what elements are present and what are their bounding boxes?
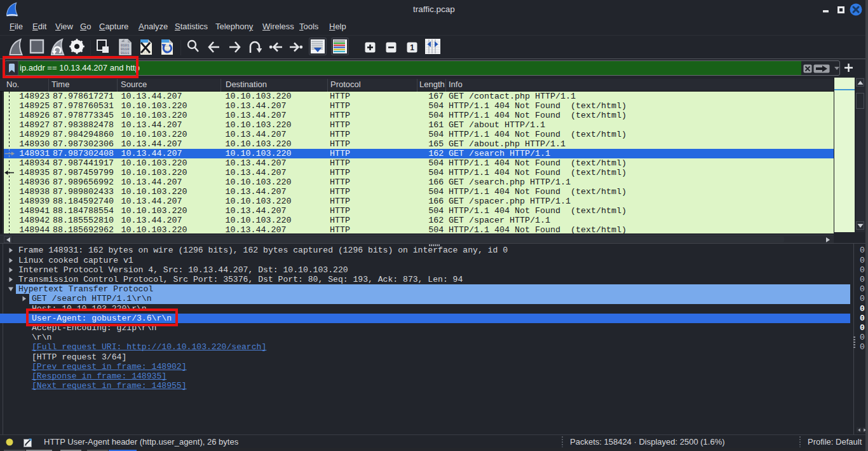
svg-text:1: 1 [410,43,414,52]
svg-text:0111: 0111 [121,51,130,55]
